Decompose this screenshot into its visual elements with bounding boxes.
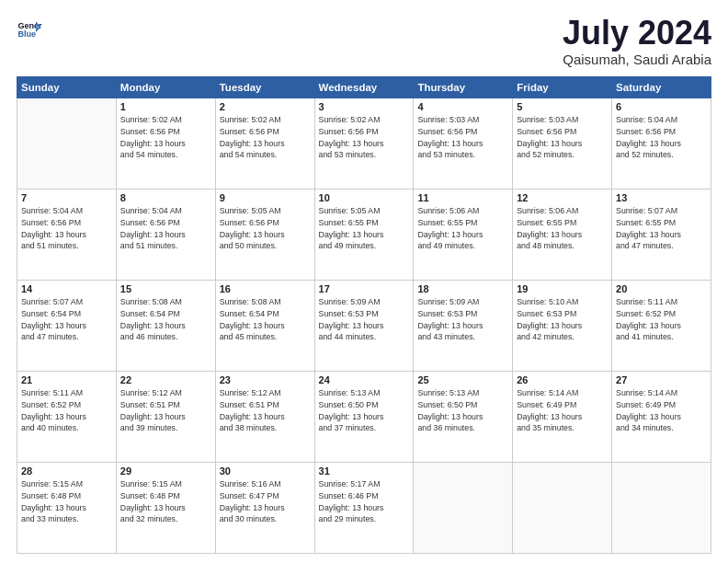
header-thursday: Thursday (414, 77, 513, 98)
day-info: Sunrise: 5:17 AMSunset: 6:46 PMDaylight:… (319, 478, 410, 525)
day-info: Sunrise: 5:06 AMSunset: 6:55 PMDaylight:… (517, 205, 608, 252)
day-number: 24 (319, 374, 410, 385)
day-number: 21 (21, 374, 112, 385)
calendar-cell: 29Sunrise: 5:15 AMSunset: 6:48 PMDayligh… (116, 463, 215, 554)
day-info: Sunrise: 5:11 AMSunset: 6:52 PMDaylight:… (21, 387, 112, 434)
header-sunday: Sunday (17, 77, 117, 98)
calendar-cell: 1Sunrise: 5:02 AMSunset: 6:56 PMDaylight… (116, 98, 215, 190)
day-number: 28 (21, 465, 112, 477)
day-number: 3 (319, 101, 410, 112)
day-info: Sunrise: 5:15 AMSunset: 6:48 PMDaylight:… (120, 478, 211, 525)
day-number: 20 (616, 283, 707, 294)
calendar-cell: 12Sunrise: 5:06 AMSunset: 6:55 PMDayligh… (513, 190, 612, 281)
calendar-cell: 2Sunrise: 5:02 AMSunset: 6:56 PMDaylight… (215, 98, 314, 190)
day-info: Sunrise: 5:03 AMSunset: 6:56 PMDaylight:… (517, 114, 608, 161)
day-info: Sunrise: 5:09 AMSunset: 6:53 PMDaylight:… (417, 296, 508, 343)
calendar-cell: 17Sunrise: 5:09 AMSunset: 6:53 PMDayligh… (314, 281, 414, 372)
calendar-table: Sunday Monday Tuesday Wednesday Thursday… (17, 76, 711, 554)
calendar-week-0: 1Sunrise: 5:02 AMSunset: 6:56 PMDaylight… (17, 98, 711, 190)
day-info: Sunrise: 5:14 AMSunset: 6:49 PMDaylight:… (616, 387, 707, 434)
day-info: Sunrise: 5:14 AMSunset: 6:49 PMDaylight:… (517, 387, 608, 434)
day-info: Sunrise: 5:06 AMSunset: 6:55 PMDaylight:… (417, 205, 508, 252)
calendar-cell: 24Sunrise: 5:13 AMSunset: 6:50 PMDayligh… (314, 372, 414, 463)
logo: General Blue (17, 17, 42, 42)
day-info: Sunrise: 5:12 AMSunset: 6:51 PMDaylight:… (120, 387, 211, 434)
day-number: 16 (220, 283, 311, 294)
calendar-page: General Blue July 2024 Qaisumah, Saudi A… (0, 0, 728, 563)
day-number: 19 (517, 283, 608, 294)
day-info: Sunrise: 5:04 AMSunset: 6:56 PMDaylight:… (120, 205, 211, 252)
day-number: 12 (517, 192, 608, 203)
header-monday: Monday (116, 77, 215, 98)
calendar-cell: 4Sunrise: 5:03 AMSunset: 6:56 PMDaylight… (414, 98, 513, 190)
day-info: Sunrise: 5:09 AMSunset: 6:53 PMDaylight:… (319, 296, 410, 343)
calendar-cell: 10Sunrise: 5:05 AMSunset: 6:55 PMDayligh… (314, 190, 414, 281)
day-info: Sunrise: 5:08 AMSunset: 6:54 PMDaylight:… (120, 296, 211, 343)
day-info: Sunrise: 5:08 AMSunset: 6:54 PMDaylight:… (220, 296, 311, 343)
day-info: Sunrise: 5:04 AMSunset: 6:56 PMDaylight:… (21, 205, 112, 252)
calendar-cell: 25Sunrise: 5:13 AMSunset: 6:50 PMDayligh… (414, 372, 513, 463)
day-number: 2 (220, 101, 311, 112)
day-info: Sunrise: 5:02 AMSunset: 6:56 PMDaylight:… (120, 114, 211, 161)
day-info: Sunrise: 5:15 AMSunset: 6:48 PMDaylight:… (21, 478, 112, 525)
day-info: Sunrise: 5:16 AMSunset: 6:47 PMDaylight:… (220, 478, 311, 525)
day-number: 11 (417, 192, 508, 203)
calendar-body: 1Sunrise: 5:02 AMSunset: 6:56 PMDaylight… (17, 98, 711, 554)
day-number: 4 (417, 101, 508, 112)
day-number: 17 (319, 283, 410, 294)
calendar-cell: 19Sunrise: 5:10 AMSunset: 6:53 PMDayligh… (513, 281, 612, 372)
day-number: 10 (319, 192, 410, 203)
subtitle: Qaisumah, Saudi Arabia (563, 52, 711, 67)
day-number: 14 (21, 283, 112, 294)
day-info: Sunrise: 5:04 AMSunset: 6:56 PMDaylight:… (616, 114, 707, 161)
header-friday: Friday (513, 77, 612, 98)
calendar-cell: 15Sunrise: 5:08 AMSunset: 6:54 PMDayligh… (116, 281, 215, 372)
day-info: Sunrise: 5:02 AMSunset: 6:56 PMDaylight:… (319, 114, 410, 161)
day-number: 7 (21, 192, 112, 203)
calendar-cell: 6Sunrise: 5:04 AMSunset: 6:56 PMDaylight… (612, 98, 711, 190)
day-info: Sunrise: 5:11 AMSunset: 6:52 PMDaylight:… (616, 296, 707, 343)
calendar-week-1: 7Sunrise: 5:04 AMSunset: 6:56 PMDaylight… (17, 190, 711, 281)
calendar-cell (513, 463, 612, 554)
day-number: 13 (616, 192, 707, 203)
calendar-cell: 16Sunrise: 5:08 AMSunset: 6:54 PMDayligh… (215, 281, 314, 372)
calendar-cell: 30Sunrise: 5:16 AMSunset: 6:47 PMDayligh… (215, 463, 314, 554)
calendar-week-4: 28Sunrise: 5:15 AMSunset: 6:48 PMDayligh… (17, 463, 711, 554)
day-number: 30 (220, 465, 311, 477)
day-number: 6 (616, 101, 707, 112)
calendar-cell: 9Sunrise: 5:05 AMSunset: 6:56 PMDaylight… (215, 190, 314, 281)
calendar-cell: 27Sunrise: 5:14 AMSunset: 6:49 PMDayligh… (612, 372, 711, 463)
svg-text:Blue: Blue (17, 29, 36, 39)
calendar-cell (17, 98, 117, 190)
calendar-cell (612, 463, 711, 554)
calendar-cell: 5Sunrise: 5:03 AMSunset: 6:56 PMDaylight… (513, 98, 612, 190)
header-saturday: Saturday (612, 77, 711, 98)
calendar-cell: 11Sunrise: 5:06 AMSunset: 6:55 PMDayligh… (414, 190, 513, 281)
logo-icon: General Blue (17, 17, 42, 42)
calendar-cell: 26Sunrise: 5:14 AMSunset: 6:49 PMDayligh… (513, 372, 612, 463)
calendar-cell: 28Sunrise: 5:15 AMSunset: 6:48 PMDayligh… (17, 463, 117, 554)
day-info: Sunrise: 5:05 AMSunset: 6:56 PMDaylight:… (220, 205, 311, 252)
day-info: Sunrise: 5:02 AMSunset: 6:56 PMDaylight:… (220, 114, 311, 161)
calendar-cell: 20Sunrise: 5:11 AMSunset: 6:52 PMDayligh… (612, 281, 711, 372)
calendar-cell: 21Sunrise: 5:11 AMSunset: 6:52 PMDayligh… (17, 372, 117, 463)
day-number: 5 (517, 101, 608, 112)
day-info: Sunrise: 5:12 AMSunset: 6:51 PMDaylight:… (220, 387, 311, 434)
day-info: Sunrise: 5:13 AMSunset: 6:50 PMDaylight:… (417, 387, 508, 434)
calendar-cell: 18Sunrise: 5:09 AMSunset: 6:53 PMDayligh… (414, 281, 513, 372)
day-number: 15 (120, 283, 211, 294)
day-number: 18 (417, 283, 508, 294)
calendar-cell (414, 463, 513, 554)
calendar-cell: 13Sunrise: 5:07 AMSunset: 6:55 PMDayligh… (612, 190, 711, 281)
day-info: Sunrise: 5:07 AMSunset: 6:54 PMDaylight:… (21, 296, 112, 343)
calendar-cell: 22Sunrise: 5:12 AMSunset: 6:51 PMDayligh… (116, 372, 215, 463)
calendar-cell: 31Sunrise: 5:17 AMSunset: 6:46 PMDayligh… (314, 463, 414, 554)
header-tuesday: Tuesday (215, 77, 314, 98)
header-wednesday: Wednesday (314, 77, 414, 98)
day-number: 8 (120, 192, 211, 203)
day-number: 23 (220, 374, 311, 385)
day-info: Sunrise: 5:05 AMSunset: 6:55 PMDaylight:… (319, 205, 410, 252)
day-info: Sunrise: 5:03 AMSunset: 6:56 PMDaylight:… (417, 114, 508, 161)
day-number: 1 (120, 101, 211, 112)
calendar-cell: 14Sunrise: 5:07 AMSunset: 6:54 PMDayligh… (17, 281, 117, 372)
